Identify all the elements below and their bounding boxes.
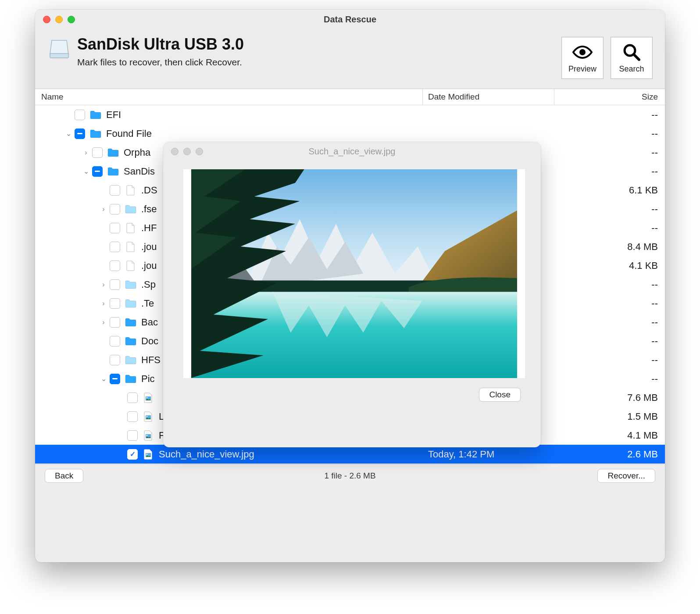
row-checkbox[interactable] xyxy=(110,223,120,233)
row-size: -- xyxy=(554,203,665,215)
folder-icon xyxy=(125,279,137,290)
row-size: 8.4 MB xyxy=(554,241,665,253)
row-name: .Te xyxy=(141,298,154,309)
main-titlebar[interactable]: Data Rescue xyxy=(35,10,665,29)
row-checkbox[interactable] xyxy=(110,317,120,328)
svg-point-11 xyxy=(146,453,148,455)
row-checkbox[interactable] xyxy=(110,336,120,346)
svg-point-1 xyxy=(579,49,586,55)
row-size: -- xyxy=(554,373,665,385)
image-file-icon xyxy=(142,430,154,441)
tree-row[interactable]: EFI -- xyxy=(35,105,665,124)
row-size: -- xyxy=(554,279,665,290)
row-checkbox[interactable] xyxy=(110,298,120,309)
row-size: -- xyxy=(554,166,665,177)
row-checkbox[interactable] xyxy=(110,242,120,252)
disclosure-closed-icon[interactable]: › xyxy=(97,205,110,213)
row-size: -- xyxy=(554,222,665,234)
svg-point-5 xyxy=(146,397,148,398)
row-checkbox[interactable] xyxy=(127,449,138,460)
row-checkbox[interactable] xyxy=(110,261,120,271)
column-size[interactable]: Size xyxy=(554,89,665,105)
tree-row[interactable]: ⌄ Found File -- xyxy=(35,124,665,143)
column-date[interactable]: Date Modified xyxy=(423,89,554,105)
image-file-icon xyxy=(142,411,154,422)
row-name: Doc xyxy=(141,336,158,347)
image-file-icon xyxy=(142,449,154,460)
column-name[interactable]: Name xyxy=(35,89,423,105)
search-button[interactable]: Search xyxy=(611,37,653,79)
row-name: .jou xyxy=(141,260,157,271)
folder-icon xyxy=(125,336,137,346)
tree-row[interactable]: Such_a_nice_view.jpg Today, 1:42 PM 2.6 … xyxy=(35,445,665,464)
row-name: .fse xyxy=(141,203,157,215)
eye-icon xyxy=(572,43,593,62)
row-size: -- xyxy=(554,298,665,309)
preview-window[interactable]: Such_a_nice_view.jpg xyxy=(163,142,541,447)
preview-image xyxy=(191,169,517,378)
folder-icon xyxy=(125,204,137,214)
row-size: -- xyxy=(554,354,665,366)
row-size: -- xyxy=(554,317,665,328)
image-file-icon xyxy=(142,393,154,403)
row-checkbox[interactable] xyxy=(110,279,120,290)
svg-line-3 xyxy=(634,54,639,60)
file-icon xyxy=(125,261,137,271)
row-name: EFI xyxy=(106,109,121,121)
file-icon xyxy=(125,185,137,196)
row-checkbox[interactable] xyxy=(127,393,138,403)
row-checkbox[interactable] xyxy=(110,374,120,384)
drive-title: SanDisk Ultra USB 3.0 xyxy=(77,35,561,54)
row-name: .Sp xyxy=(141,279,156,290)
row-checkbox[interactable] xyxy=(127,430,138,441)
row-checkbox[interactable] xyxy=(110,204,120,214)
header-subtitle: Mark files to recover, then click Recove… xyxy=(77,57,561,68)
disclosure-closed-icon[interactable]: › xyxy=(97,281,110,289)
disclosure-open-icon[interactable]: ⌄ xyxy=(62,129,75,138)
row-checkbox[interactable] xyxy=(75,129,85,139)
folder-icon xyxy=(125,355,137,365)
file-icon xyxy=(125,223,137,233)
row-name: .jou xyxy=(141,241,157,253)
row-name: Orpha xyxy=(124,147,150,158)
back-button[interactable]: Back xyxy=(45,469,83,483)
preview-button[interactable]: Preview xyxy=(561,37,604,79)
folder-icon xyxy=(107,166,119,177)
disclosure-closed-icon[interactable]: › xyxy=(97,300,110,307)
disclosure-open-icon[interactable]: ⌄ xyxy=(97,375,110,383)
selection-status: 1 file - 2.6 MB xyxy=(35,471,665,481)
preview-image-container xyxy=(183,169,525,378)
folder-icon xyxy=(125,317,137,328)
row-size: 2.6 MB xyxy=(554,449,665,460)
row-name: HFS xyxy=(141,354,161,366)
row-checkbox[interactable] xyxy=(92,166,103,177)
svg-point-7 xyxy=(146,416,148,417)
preview-titlebar[interactable]: Such_a_nice_view.jpg xyxy=(163,142,541,161)
row-size: 1.5 MB xyxy=(554,411,665,422)
row-checkbox[interactable] xyxy=(110,355,120,365)
row-checkbox[interactable] xyxy=(127,411,138,422)
row-size: -- xyxy=(554,109,665,121)
row-name: Found File xyxy=(106,128,152,139)
row-name: SanDis xyxy=(124,166,155,177)
disclosure-closed-icon[interactable]: › xyxy=(97,318,110,326)
disclosure-closed-icon[interactable]: › xyxy=(80,149,92,157)
preview-title: Such_a_nice_view.jpg xyxy=(163,146,541,157)
columns-header[interactable]: Name Date Modified Size xyxy=(35,89,665,105)
disclosure-open-icon[interactable]: ⌄ xyxy=(80,167,92,175)
folder-icon xyxy=(125,298,137,309)
row-checkbox[interactable] xyxy=(75,110,85,120)
recover-button[interactable]: Recover... xyxy=(597,469,655,483)
row-size: 4.1 MB xyxy=(554,430,665,441)
row-size: -- xyxy=(554,336,665,347)
row-name: Pic xyxy=(141,373,155,385)
search-label: Search xyxy=(619,64,644,74)
svg-point-9 xyxy=(146,435,148,436)
row-checkbox[interactable] xyxy=(92,147,103,158)
preview-close-action[interactable]: Close xyxy=(479,388,521,402)
row-date: Today, 1:42 PM xyxy=(423,449,554,460)
row-size: -- xyxy=(554,147,665,158)
row-size: -- xyxy=(554,128,665,139)
row-checkbox[interactable] xyxy=(110,185,120,196)
row-name: .HF xyxy=(141,222,157,234)
